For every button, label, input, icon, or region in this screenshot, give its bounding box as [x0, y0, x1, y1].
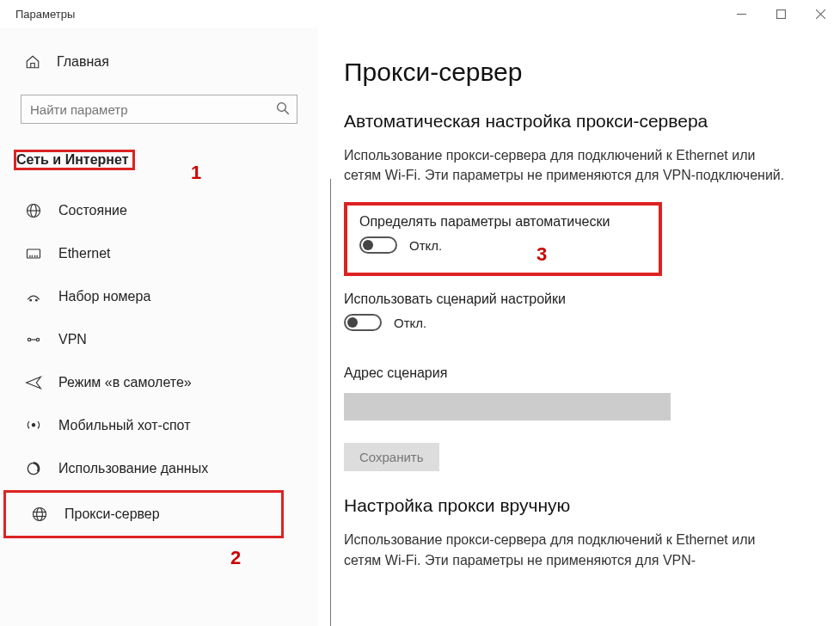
data-usage-icon — [24, 459, 43, 478]
annotation-box-3: Определять параметры автоматически Откл.… — [344, 202, 662, 276]
auto-desc: Использование прокси-сервера для подключ… — [344, 145, 791, 185]
dialup-icon — [24, 287, 43, 306]
nav-label: Мобильный хот-спот — [58, 418, 190, 433]
svg-point-16 — [28, 338, 30, 341]
script-label: Использовать сценарий настройки — [344, 292, 814, 307]
svg-point-19 — [32, 424, 34, 427]
hotspot-icon — [24, 416, 43, 435]
home-label: Главная — [57, 54, 109, 70]
svg-point-17 — [36, 338, 39, 341]
close-button[interactable] — [800, 0, 840, 28]
ethernet-icon — [24, 244, 43, 263]
annotation-1: 1 — [191, 162, 201, 184]
maximize-button[interactable] — [761, 0, 800, 28]
home-link[interactable]: Главная — [0, 45, 318, 79]
nav-label: Использование данных — [58, 461, 208, 476]
manual-heading: Настройка прокси вручную — [344, 495, 814, 516]
svg-point-4 — [278, 103, 286, 112]
nav-label: Состояние — [58, 203, 127, 218]
svg-point-14 — [30, 299, 32, 301]
nav-label: Прокси-сервер — [64, 506, 160, 522]
nav-item-status[interactable]: Состояние — [0, 189, 318, 232]
manual-desc: Использование прокси-сервера для подключ… — [344, 530, 791, 569]
svg-point-15 — [36, 299, 38, 301]
script-state: Откл. — [394, 316, 426, 330]
addr-label: Адрес сценария — [344, 365, 814, 381]
titlebar: Параметры — [0, 0, 840, 28]
auto-heading: Автоматическая настройка прокси-сервера — [344, 111, 814, 132]
svg-point-22 — [37, 508, 43, 521]
window-title: Параметры — [0, 8, 75, 21]
nav-item-dialup[interactable]: Набор номера — [0, 275, 318, 318]
nav-list: Состояние Ethernet Набор номера VPN Режи… — [0, 189, 318, 538]
page-title: Прокси-сервер — [344, 58, 814, 87]
svg-line-5 — [285, 110, 289, 114]
script-toggle[interactable] — [344, 314, 382, 331]
home-icon — [24, 53, 41, 71]
sidebar: Главная Сеть и Интернет 1 Состояние Ethe… — [0, 28, 318, 626]
annotation-3: 3 — [536, 243, 547, 266]
detect-label: Определять параметры автоматически — [359, 214, 647, 230]
detect-toggle[interactable] — [359, 236, 397, 254]
svg-rect-1 — [776, 9, 785, 18]
search-input[interactable] — [21, 95, 297, 124]
nav-item-vpn[interactable]: VPN — [0, 318, 318, 361]
nav-item-datausage[interactable]: Использование данных — [0, 447, 318, 490]
script-address-input[interactable] — [344, 393, 671, 420]
proxy-icon — [30, 505, 49, 524]
annotation-2: 2 — [230, 547, 241, 569]
scroll-track[interactable] — [330, 179, 331, 626]
save-button[interactable]: Сохранить — [344, 443, 439, 471]
nav-item-ethernet[interactable]: Ethernet — [0, 232, 318, 275]
globe-icon — [24, 201, 43, 220]
vpn-icon — [24, 330, 43, 349]
svg-point-21 — [34, 508, 46, 521]
detect-state: Откл. — [409, 238, 442, 253]
airplane-icon — [24, 373, 43, 392]
nav-label: Набор номера — [58, 289, 150, 304]
nav-label: Ethernet — [58, 246, 110, 261]
nav-item-proxy[interactable]: Прокси-сервер — [3, 490, 284, 538]
main-content: Прокси-сервер Автоматическая настройка п… — [318, 28, 840, 626]
svg-rect-9 — [28, 249, 40, 258]
minimize-button[interactable] — [721, 0, 761, 28]
search-icon — [275, 101, 291, 119]
nav-item-hotspot[interactable]: Мобильный хот-спот — [0, 404, 318, 447]
section-heading: Сеть и Интернет — [14, 150, 135, 170]
nav-label: VPN — [58, 332, 87, 347]
nav-label: Режим «в самолете» — [58, 375, 192, 390]
nav-item-airplane[interactable]: Режим «в самолете» — [0, 361, 318, 404]
